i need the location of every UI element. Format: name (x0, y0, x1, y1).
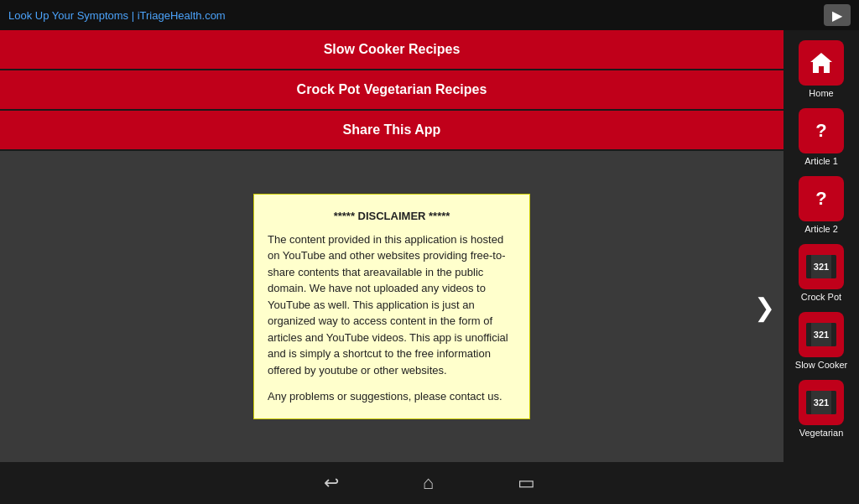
article1-icon: ? (799, 108, 844, 153)
top-bar-title: Look Up Your Symptoms | iTriageHealth.co… (8, 9, 226, 22)
crock-pot-veg-recipes-button[interactable]: Crock Pot Vegetarian Recipes (0, 70, 784, 111)
sidebar-crock-pot-label: Crock Pot (801, 292, 841, 302)
crock-pot-icon: 321 (799, 244, 844, 289)
top-bar-link[interactable]: iTriageHealth.com (138, 9, 226, 22)
main-area: Slow Cooker Recipes Crock Pot Vegetarian… (0, 30, 859, 462)
top-bar-app-title: Look Up Your Symptoms | (8, 9, 138, 22)
sidebar-item-slow-cooker[interactable]: 321 Slow Cooker (788, 309, 855, 373)
sidebar-item-crock-pot[interactable]: 321 Crock Pot (788, 241, 855, 305)
recents-button[interactable]: ▭ (518, 472, 535, 494)
sidebar-article2-label: Article 2 (804, 224, 838, 234)
disclaimer-title: ***** DISCLAIMER ***** (268, 208, 516, 225)
slow-cooker-recipes-button[interactable]: Slow Cooker Recipes (0, 30, 784, 70)
forward-button[interactable]: ▶ (824, 4, 851, 26)
sidebar-item-vegetarian[interactable]: 321 Vegetarian (788, 377, 855, 441)
sidebar-item-article2[interactable]: ? Article 2 (788, 173, 855, 237)
disclaimer-box: ***** DISCLAIMER ***** The content provi… (253, 194, 530, 419)
sidebar-item-home[interactable]: Home (788, 37, 855, 101)
slow-cooker-icon: 321 (799, 312, 844, 357)
disclaimer-text1: The content provided in this application… (268, 231, 516, 379)
back-button[interactable]: ↩ (324, 472, 339, 494)
content-body: ***** DISCLAIMER ***** The content provi… (0, 151, 784, 462)
share-this-app-button[interactable]: Share This App (0, 111, 784, 151)
right-sidebar: Home ? Article 1 ? Article 2 321 Crock P… (784, 30, 859, 462)
crock-pot-film-strip: 321 (806, 255, 836, 278)
disclaimer-text2: Any problems or suggestions, please cont… (268, 388, 516, 405)
vegetarian-icon: 321 (799, 380, 844, 425)
vegetarian-film-strip: 321 (806, 391, 836, 414)
arrow-right[interactable]: ❯ (754, 292, 775, 321)
svg-marker-0 (810, 53, 832, 73)
top-bar: Look Up Your Symptoms | iTriageHealth.co… (0, 0, 859, 30)
home-icon (799, 40, 844, 86)
bottom-bar: ↩ ⌂ ▭ (0, 462, 859, 504)
sidebar-home-label: Home (809, 88, 833, 98)
home-button[interactable]: ⌂ (423, 472, 434, 494)
center-content: Slow Cooker Recipes Crock Pot Vegetarian… (0, 30, 784, 462)
forward-icon: ▶ (832, 8, 842, 23)
sidebar-article1-label: Article 1 (804, 156, 838, 166)
sidebar-item-article1[interactable]: ? Article 1 (788, 105, 855, 169)
slow-cooker-film-strip: 321 (806, 323, 836, 346)
sidebar-slow-cooker-label: Slow Cooker (795, 360, 847, 370)
article2-icon: ? (799, 176, 844, 221)
sidebar-vegetarian-label: Vegetarian (799, 428, 844, 438)
